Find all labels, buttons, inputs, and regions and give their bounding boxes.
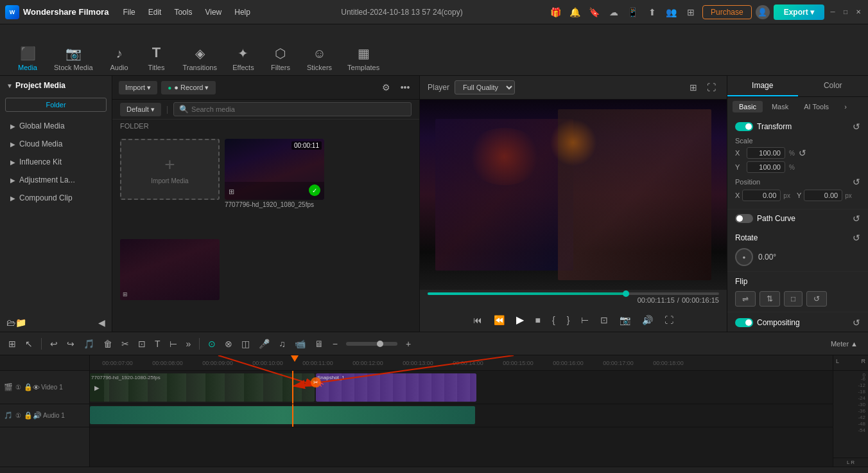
media-item-2[interactable]: ⊞ — [120, 239, 220, 326]
stop-button[interactable]: ■ — [532, 313, 544, 327]
folder-button[interactable]: Folder — [5, 98, 107, 112]
flip-reset-button[interactable]: ↺ — [806, 291, 827, 307]
scale-btn[interactable]: ⊢ — [166, 337, 180, 350]
close-button[interactable]: ✕ — [854, 8, 863, 17]
crop-btn[interactable]: ⊡ — [135, 337, 149, 350]
tl-mic[interactable]: 🎤 — [256, 337, 273, 350]
mute-video-track[interactable]: 👁 — [33, 384, 40, 391]
timeline-tool1[interactable]: ⊞ — [5, 337, 19, 350]
toolbar-titles[interactable]: T Titles — [139, 40, 174, 75]
toolbar-stickers[interactable]: ☺ Stickers — [300, 42, 338, 75]
meter-label[interactable]: Meter ▲ — [831, 340, 858, 348]
subtab-ai[interactable]: AI Tools — [797, 101, 835, 112]
subtab-more[interactable]: › — [838, 101, 853, 112]
sidebar-item-cloud[interactable]: ▶ Cloud Media — [3, 136, 109, 152]
video-thumb-2[interactable]: ⊞ — [120, 239, 220, 300]
grid-icon[interactable]: ⊞ — [683, 4, 699, 20]
cut-button[interactable]: ✂ — [118, 337, 132, 350]
new-folder-icon[interactable]: 📁 — [15, 317, 26, 328]
subtab-mask[interactable]: Mask — [765, 101, 795, 112]
scale-x-input[interactable]: 100.00 — [747, 147, 785, 159]
search-input[interactable] — [191, 105, 406, 113]
menu-view[interactable]: View — [200, 5, 227, 19]
sidebar-item-global[interactable]: ▶ Global Media — [3, 118, 109, 134]
notification-icon[interactable]: 🔔 — [568, 4, 583, 20]
tl-music[interactable]: ♫ — [275, 337, 289, 350]
filter-icon[interactable]: ⚙ — [378, 80, 394, 95]
toolbar-media[interactable]: ⬛ Media — [10, 42, 45, 75]
scale-y-input[interactable]: 100.00 — [747, 161, 785, 173]
audio-clip[interactable] — [90, 406, 475, 424]
compositing-toggle[interactable] — [735, 318, 753, 327]
maximize-button[interactable]: □ — [841, 8, 850, 17]
lock-audio-track[interactable]: 🔒 — [24, 411, 33, 420]
audio-button[interactable]: 🔊 — [638, 313, 657, 327]
toolbar-audio[interactable]: ♪ Audio — [102, 42, 137, 75]
snapshot-clip[interactable]: Snapshot_1 — [316, 373, 476, 402]
toolbar-effects[interactable]: ✦ Effects — [226, 42, 261, 75]
flip-v-button[interactable]: ⇅ — [759, 291, 780, 307]
toolbar-filters[interactable]: ⬡ Filters — [263, 42, 298, 75]
bookmark-icon[interactable]: 🔖 — [587, 4, 602, 20]
sidebar-item-compound[interactable]: ▶ Compound Clip — [3, 190, 109, 206]
scale-x-reset[interactable]: ↺ — [799, 148, 806, 158]
menu-tools[interactable]: Tools — [169, 5, 197, 19]
toolbar-transitions[interactable]: ◈ Transitions — [177, 42, 223, 75]
tl-magnet[interactable]: ⊗ — [221, 337, 236, 350]
cloud-icon[interactable]: ☁ — [606, 4, 621, 20]
menu-file[interactable]: File — [117, 5, 140, 19]
mute-audio-track[interactable]: 🔊 — [33, 411, 42, 420]
skip-back-button[interactable]: ⏮ — [469, 313, 486, 327]
play-button[interactable]: ▶ — [512, 312, 528, 328]
mark-out-button[interactable]: } — [563, 313, 574, 327]
tab-image[interactable]: Image — [727, 76, 798, 96]
zoom-slider[interactable] — [346, 342, 397, 346]
tl-marker[interactable]: ◫ — [238, 337, 253, 350]
redo-button[interactable]: ↪ — [64, 337, 78, 350]
community-icon[interactable]: 👥 — [664, 4, 679, 20]
toolbar-templates[interactable]: ▦ Templates — [341, 42, 386, 75]
tl-snap[interactable]: ⊙ — [205, 337, 219, 350]
media-item-1[interactable]: 00:00:11 ⊞ ✓ 7707796-hd_1920_1080_25fps — [225, 139, 324, 234]
sidebar-item-adjustment[interactable]: ▶ Adjustment La... — [3, 172, 109, 188]
avatar-icon[interactable]: 👤 — [756, 5, 770, 19]
path-curve-reset-icon[interactable]: ↺ — [853, 213, 860, 224]
flip-h-button[interactable]: ⇌ — [735, 291, 756, 307]
tl-zoom-out[interactable]: − — [329, 337, 341, 350]
media-search-bar[interactable]: 🔍 — [173, 102, 412, 116]
quality-select[interactable]: Full Quality — [455, 80, 515, 94]
video-thumb-1[interactable]: 00:00:11 ⊞ ✓ — [225, 139, 324, 200]
transform-toggle[interactable] — [735, 122, 753, 131]
delete-button[interactable]: 🗑 — [100, 337, 116, 350]
compositing-reset-icon[interactable]: ↺ — [853, 317, 860, 328]
tl-video[interactable]: 📹 — [291, 337, 309, 350]
default-folder-button[interactable]: Default ▾ — [120, 103, 161, 116]
sidebar-item-influence[interactable]: ▶ Influence Kit — [3, 154, 109, 170]
timeline-tool2[interactable]: ↖ — [22, 337, 36, 350]
audio-detach[interactable]: 🎵 — [80, 337, 98, 350]
progress-handle[interactable] — [623, 290, 629, 297]
collapse-icon[interactable]: ◀ — [98, 317, 105, 328]
rotate-reset-icon[interactable]: ↺ — [853, 233, 860, 243]
zoom-handle[interactable] — [377, 341, 383, 347]
position-y-input[interactable]: 0.00 — [804, 190, 842, 201]
more-btn[interactable]: » — [183, 337, 195, 350]
snapshot-button[interactable]: 📷 — [616, 313, 634, 327]
fullscreen2-button[interactable]: ⛶ — [661, 313, 677, 327]
transform-reset-icon[interactable]: ↺ — [853, 121, 860, 132]
lock-video-track[interactable]: 🔒 — [24, 383, 33, 391]
grid2-icon[interactable]: ⊞ — [686, 80, 701, 95]
import-button[interactable]: Import ▾ — [119, 81, 157, 94]
import-media-thumb[interactable]: + Import Media — [120, 139, 220, 200]
path-curve-toggle[interactable] — [735, 214, 753, 223]
rotate-dial[interactable]: ● — [735, 248, 753, 266]
tab-color[interactable]: Color — [798, 76, 869, 96]
position-reset-icon[interactable]: ↺ — [853, 177, 860, 187]
fullscreen-icon[interactable]: ⛶ — [704, 80, 719, 95]
phone-icon[interactable]: 📱 — [625, 4, 641, 20]
subtab-basic[interactable]: Basic — [733, 101, 763, 112]
record-button[interactable]: ● ● Record ▾ — [161, 81, 215, 94]
undo-button[interactable]: ↩ — [47, 337, 61, 350]
purchase-button[interactable]: Purchase — [702, 5, 752, 19]
step-back-button[interactable]: ⏪ — [490, 313, 508, 327]
